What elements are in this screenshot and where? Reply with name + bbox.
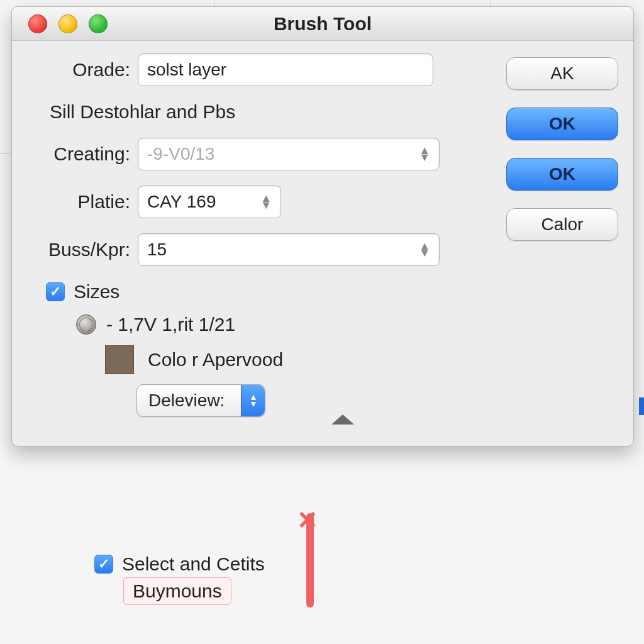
platie-label: Platie: [25,191,138,213]
zoom-icon[interactable] [89,14,108,33]
color-label: Colo r Apervood [148,349,283,370]
creating-label: Creating: [25,143,138,165]
sizes-label: Sizes [74,281,119,303]
busskpr-stepper[interactable]: 15 ▲▼ [138,233,440,266]
ok-button[interactable]: OK [506,108,618,140]
section-label: Sill Destohlar and Pbs [50,101,495,123]
color-swatch[interactable] [105,345,134,374]
calor-button[interactable]: Calor [506,208,618,241]
stepper-arrows-icon[interactable]: ▲▼ [419,243,430,257]
below-content: ✓ Select and Cetits Buymouns [94,553,447,605]
select-checkbox[interactable]: ✓ [94,555,113,574]
sizes-checkbox[interactable]: ✓ [46,282,65,301]
annotation-arrowhead-icon: ✕ [297,506,318,535]
titlebar[interactable]: Brush Tool [12,7,633,41]
busskpr-label: Buss/Kpr: [25,239,138,260]
creating-value: -9-V0/13 [147,144,214,164]
edge-marker [639,397,644,415]
select-label: Select and Cetits [122,553,265,575]
dialog-window: Brush Tool Orade: solst layer Sill Desto… [11,6,634,447]
highlight-text: Buymouns [133,580,222,601]
popup-notch-icon [331,414,354,425]
deleview-popup[interactable]: Deleview: ▲▼ [136,384,265,417]
platie-stepper[interactable]: CAY 169 ▲▼ [138,186,281,218]
ak-button[interactable]: AK [506,57,618,90]
creating-stepper[interactable]: -9-V0/13 ▲▼ [138,138,440,170]
popup-arrows-icon: ▲▼ [241,385,265,416]
orade-label: Orade: [25,59,138,80]
orade-value: solst layer [147,60,226,80]
platie-value: CAY 169 [147,192,216,212]
orade-input[interactable]: solst layer [138,53,433,86]
dial-icon[interactable] [76,314,96,335]
ok-button-2[interactable]: OK [506,158,618,191]
close-icon[interactable] [28,14,47,33]
traffic-lights [12,14,108,33]
stepper-arrows-icon[interactable]: ▲▼ [260,195,272,209]
minimize-icon[interactable] [58,14,77,33]
stepper-arrows-icon[interactable]: ▲▼ [419,147,430,161]
busskpr-value: 15 [147,240,167,260]
deleview-label: Deleview: [148,391,241,411]
dial-text: - 1,7V 1,rit 1/21 [106,314,235,335]
highlight-box[interactable]: Buymouns [123,577,231,605]
